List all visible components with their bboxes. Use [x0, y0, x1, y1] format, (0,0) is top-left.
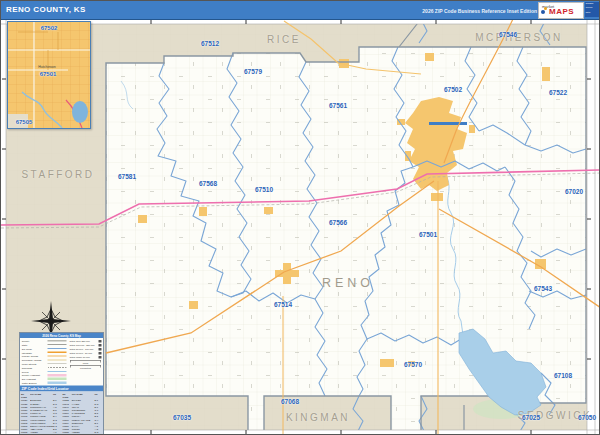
legend-swatch — [48, 356, 67, 357]
city-size-icon — [99, 352, 102, 355]
legend-swatch — [48, 340, 67, 342]
logo-side-line: Edition — [586, 11, 600, 13]
legend-cities-list: Cities Over 250,000Cities 100,000 - 250,… — [70, 339, 102, 385]
inset-canvas — [8, 22, 90, 128]
legend-box: 2026 Reno County, KS Map CountyStateZIP … — [19, 332, 104, 435]
legend-swatch — [48, 352, 67, 354]
legend-swatch — [48, 378, 67, 381]
city-size-icon — [99, 344, 102, 347]
city-route-marker — [429, 122, 467, 125]
legend-swatch — [48, 374, 67, 377]
logo-side-line: Reference — [586, 7, 600, 9]
edition-text: 2026 ZIP Code Business Reference Inset E… — [422, 8, 537, 14]
city-size-icon — [99, 340, 102, 343]
scale-bar-miles: Miles — [70, 361, 102, 365]
hutchinson-inset-map — [7, 21, 91, 129]
legend-swatch — [48, 371, 67, 372]
logo-dot-icon — [544, 7, 547, 10]
legend-swatch — [48, 363, 67, 364]
title-bar: RENO COUNTY, KS 2026 ZIP Code Business R… — [1, 1, 600, 20]
legend-swatch — [48, 344, 67, 345]
inset-water-body — [72, 101, 88, 123]
legend-swatch — [48, 359, 67, 360]
logo-dot-icon — [541, 10, 545, 14]
inset-outside-area — [8, 114, 28, 128]
city-size-icon — [99, 356, 102, 359]
page-title: RENO COUNTY, KS — [6, 5, 86, 14]
scale-bar-km: Kilometers — [70, 366, 102, 370]
legend-item: Water Bodies — [22, 381, 70, 385]
city-size-icon — [99, 348, 102, 351]
publisher-logo: market MAPS — [538, 2, 584, 19]
logo-side-line: BUSINESS — [586, 3, 600, 5]
zip-index-row: 67585YODERD-3 — [63, 431, 103, 434]
logo-side-panel: BUSINESSReferenceEdition — [585, 2, 600, 17]
legend-swatch — [48, 367, 67, 368]
map-page: RENO COUNTY, KS 2026 ZIP Code Business R… — [0, 0, 600, 435]
zip-index-table: ZIP CODECITY NAMEGR67020BURRTONE-167025C… — [20, 392, 103, 435]
logo-brand: MAPS — [549, 7, 574, 16]
legend-city-row: Cities Under 10,000 — [70, 355, 102, 359]
legend-swatch — [48, 348, 67, 349]
legend-swatch — [48, 381, 67, 384]
legend-symbol-list: CountyStateZIP CodeInterstatePrimary Roa… — [22, 339, 70, 385]
